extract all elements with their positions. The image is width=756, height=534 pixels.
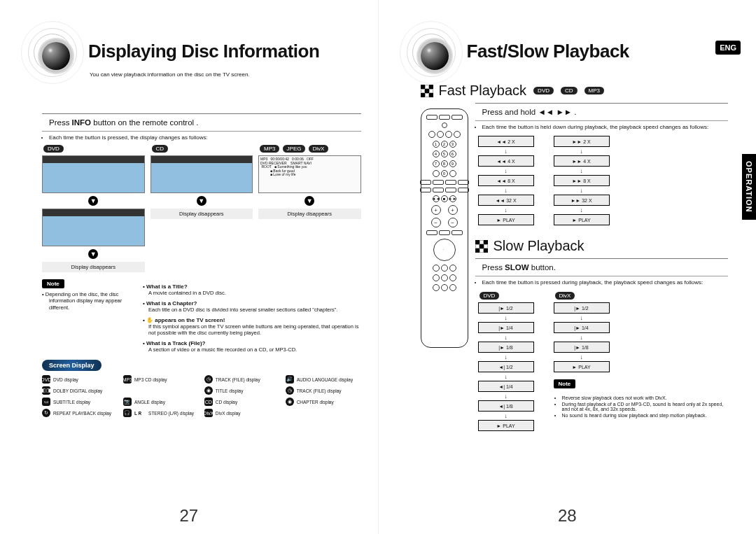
page-27: Displaying Disc Information You can view… <box>0 0 379 534</box>
speaker-graphic-left <box>21 21 84 84</box>
def-screen-q: ✋ appears on the TV screen! <box>143 317 361 323</box>
remote-control-illustration: 123 456 789 0 ◄◄■►► ++ −− <box>421 108 468 348</box>
fast-subnote: Each time the button is held down during… <box>475 121 729 132</box>
fast-badge-dvd: DVD <box>533 87 554 94</box>
flow-step: ► PLAY <box>554 214 610 225</box>
page-title-right: Fast/Slow Playback <box>467 41 629 62</box>
instruction-band-left: Press INFO button on the remote control … <box>42 113 361 132</box>
repeat-icon: ↻ <box>42 409 50 417</box>
flow-step: ► PLAY <box>478 214 534 225</box>
definition-list: What is a Title? A movie contained in a … <box>143 279 361 353</box>
clock-icon: ◷ <box>286 386 294 395</box>
def-track-q: What is a Track (File)? <box>143 340 361 346</box>
clock-icon: ◷ <box>204 375 213 384</box>
page-number-28: 28 <box>558 506 577 526</box>
flow-step: |► 1/4 <box>478 322 534 333</box>
band-post: button on the remote control . <box>91 118 198 127</box>
def-title-q: What is a Title? <box>143 283 361 290</box>
slow-badge-dvd: DVD <box>479 292 500 300</box>
headphone-icon: 🎧 <box>123 409 132 417</box>
flow-step: ► PLAY <box>478 420 534 431</box>
screenshot-dvd-2 <box>42 209 145 246</box>
page-28: Fast/Slow Playback ENG OPERATION Fast Pl… <box>379 0 757 534</box>
flow-step: ► PLAY <box>554 361 610 372</box>
language-badge: ENG <box>715 41 741 55</box>
band-bold: INFO <box>72 118 91 127</box>
operation-tab: OPERATION <box>742 154 756 220</box>
badge-dvd: DVD <box>43 145 64 153</box>
caption-dd-2: Display disappears <box>150 209 253 219</box>
caption-dd-1: Display disappears <box>42 262 145 272</box>
slow-notes: Reverse slow playback does not work with… <box>555 395 729 418</box>
flow-step: ◄◄ 2 X <box>478 136 534 147</box>
slow-subnote: Each time the button is pressed during p… <box>475 276 729 287</box>
page-number-27: 27 <box>179 506 198 526</box>
flow-step: ◄| 1/8 <box>478 400 534 412</box>
def-chapter-q: What is a Chapter? <box>143 300 361 307</box>
band-pre: Press <box>49 118 72 127</box>
flow-step: ◄| 1/2 <box>478 361 534 372</box>
legend-icon: DVD <box>42 375 50 384</box>
chapter-icon: ◉ <box>286 398 294 406</box>
page-intro-left: You can view playback information on the… <box>90 71 250 78</box>
flow-step: |► 1/2 <box>478 302 534 314</box>
flow-step: ◄◄ 32 X <box>478 195 534 206</box>
arrow-down-icon: ▼ <box>88 196 98 206</box>
ffwd-icon: ►► <box>556 108 572 116</box>
flow-step: |► 1/8 <box>478 342 534 353</box>
legend-icon: DivX <box>204 409 213 417</box>
band-subnote: Each time the button is pressed, the dis… <box>42 132 361 142</box>
angle-icon: 📷 <box>123 398 132 406</box>
arrow-down-icon: ▼ <box>197 196 206 206</box>
fast-band: Press and hold ◄◄ ►► . <box>475 103 729 121</box>
speaker-icon: 🔊 <box>286 375 294 384</box>
legend-icon: MP3 <box>123 375 132 384</box>
badge-mp3: MP3 <box>260 145 279 153</box>
legend-icon: CD <box>204 398 213 406</box>
speaker-graphic-right <box>400 21 463 84</box>
fast-flow: ◄◄ 2 X↓ ◄◄ 4 X↓ ◄◄ 8 X↓ ◄◄ 32 X↓ ► PLAY … <box>478 136 729 225</box>
badge-cd: CD <box>152 145 169 153</box>
screenshot-deck: MP3 00:00/00:42 0:00:06 OFFDVD RECEIVER … <box>258 155 361 193</box>
page-title-left: Displaying Disc Information <box>88 41 319 62</box>
subtitle-icon: ▭ <box>42 398 50 406</box>
title-icon: ◉ <box>204 386 213 395</box>
flow-step: |► 1/8 <box>554 342 610 353</box>
screenshot-cd <box>150 155 253 193</box>
slow-band: Press SLOW button. <box>475 258 729 276</box>
flow-step: ►► 8 X <box>554 175 610 186</box>
fast-badge-mp3: MP3 <box>584 87 604 94</box>
note-badge-left: Note <box>42 279 64 288</box>
caption-dd-3: Display disappears <box>258 209 361 219</box>
arrow-down-icon: ▼ <box>88 249 98 259</box>
flow-step: ►► 4 X <box>554 155 610 167</box>
def-title-a: A movie contained in a DVD disc. <box>148 290 361 296</box>
slow-playback-heading: Slow Playback <box>475 238 729 254</box>
fast-badge-cd: CD <box>561 87 578 94</box>
flow-step: ◄◄ 8 X <box>478 175 534 186</box>
slow-flow: DVD |► 1/2↓ |► 1/4↓ |► 1/8↓ ◄| 1/2↓ ◄| 1… <box>478 291 729 431</box>
flow-step: |► 1/4 <box>554 322 610 333</box>
screen-display-heading: Screen Display <box>42 360 102 371</box>
flow-step: ◄◄ 4 X <box>478 155 534 167</box>
badge-jpeg: JPEG <box>283 145 306 153</box>
legend-grid: DVDDVD display MP3MP3 CD display ◷TRACK … <box>42 375 361 417</box>
fast-playback-heading: Fast Playback DVD CD MP3 <box>421 83 729 99</box>
flow-step: |► 1/2 <box>554 302 610 314</box>
note-text-l2: information display may appear different… <box>49 297 133 311</box>
arrow-down-icon: ▼ <box>304 196 314 206</box>
screenshot-dvd-1 <box>42 155 145 193</box>
flow-step: ◄| 1/4 <box>478 381 534 392</box>
flow-step: ►► 2 X <box>554 136 610 147</box>
def-chapter-a: Each title on a DVD disc is divided into… <box>148 307 361 313</box>
dolby-icon: ◧◨ <box>42 386 50 395</box>
badge-divx: DivX <box>309 145 329 153</box>
checker-icon <box>475 240 488 253</box>
note-badge-right: Note <box>554 379 576 388</box>
checker-icon <box>421 85 433 97</box>
slow-badge-divx: DivX <box>555 292 575 300</box>
flow-step: ►► 32 X <box>554 195 610 206</box>
def-track-a: A section of video or a music file recor… <box>148 346 361 353</box>
note-text-l1: • Depending on the disc, the disc <box>46 291 133 297</box>
rewind-icon: ◄◄ <box>538 108 554 116</box>
